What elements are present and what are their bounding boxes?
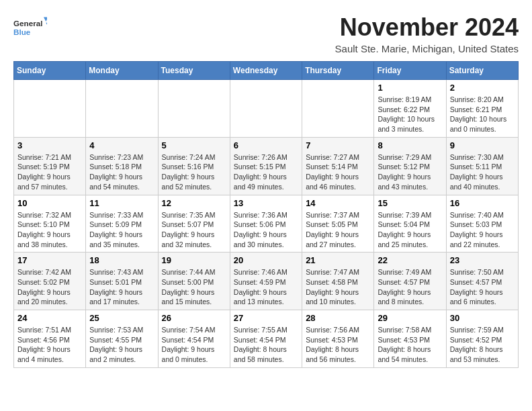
day-info: Sunrise: 7:29 AM Sunset: 5:12 PM Dayligh… xyxy=(378,152,442,192)
day-info: Sunrise: 7:26 AM Sunset: 5:15 PM Dayligh… xyxy=(234,152,298,192)
day-number: 11 xyxy=(89,198,154,208)
calendar-cell: 30Sunrise: 7:59 AM Sunset: 4:52 PM Dayli… xyxy=(446,310,518,368)
day-number: 29 xyxy=(378,313,442,323)
day-number: 26 xyxy=(162,313,226,323)
day-number: 2 xyxy=(450,83,515,93)
weekday-header-thursday: Thursday xyxy=(302,62,374,80)
weekday-header-sunday: Sunday xyxy=(14,62,86,80)
calendar-cell: 2Sunrise: 8:20 AM Sunset: 6:21 PM Daylig… xyxy=(446,80,518,138)
day-info: Sunrise: 7:44 AM Sunset: 5:00 PM Dayligh… xyxy=(162,267,226,307)
calendar-cell: 11Sunrise: 7:33 AM Sunset: 5:09 PM Dayli… xyxy=(86,195,158,253)
day-number: 25 xyxy=(89,313,154,323)
day-info: Sunrise: 7:32 AM Sunset: 5:10 PM Dayligh… xyxy=(17,210,82,250)
day-info: Sunrise: 7:56 AM Sunset: 4:53 PM Dayligh… xyxy=(306,325,370,365)
calendar-cell: 29Sunrise: 7:58 AM Sunset: 4:53 PM Dayli… xyxy=(374,310,446,368)
calendar-cell: 8Sunrise: 7:29 AM Sunset: 5:12 PM Daylig… xyxy=(374,137,446,195)
day-info: Sunrise: 7:49 AM Sunset: 4:57 PM Dayligh… xyxy=(378,267,442,307)
day-info: Sunrise: 8:20 AM Sunset: 6:21 PM Dayligh… xyxy=(450,95,515,134)
calendar-cell: 5Sunrise: 7:24 AM Sunset: 5:16 PM Daylig… xyxy=(158,137,230,195)
calendar-cell: 23Sunrise: 7:50 AM Sunset: 4:57 PM Dayli… xyxy=(446,253,518,310)
calendar-cell xyxy=(302,80,374,138)
calendar-cell: 15Sunrise: 7:39 AM Sunset: 5:04 PM Dayli… xyxy=(374,195,446,253)
day-number: 15 xyxy=(378,198,442,208)
calendar-body: 1Sunrise: 8:19 AM Sunset: 6:22 PM Daylig… xyxy=(14,80,519,368)
calendar-cell: 10Sunrise: 7:32 AM Sunset: 5:10 PM Dayli… xyxy=(14,195,86,253)
day-info: Sunrise: 7:40 AM Sunset: 5:03 PM Dayligh… xyxy=(450,210,515,250)
day-info: Sunrise: 7:21 AM Sunset: 5:19 PM Dayligh… xyxy=(17,152,82,192)
day-info: Sunrise: 7:23 AM Sunset: 5:18 PM Dayligh… xyxy=(89,152,154,192)
calendar-cell: 6Sunrise: 7:26 AM Sunset: 5:15 PM Daylig… xyxy=(230,137,302,195)
day-number: 24 xyxy=(17,313,82,323)
day-number: 5 xyxy=(162,140,226,150)
day-info: Sunrise: 7:51 AM Sunset: 4:56 PM Dayligh… xyxy=(17,325,82,365)
weekday-header-friday: Friday xyxy=(374,62,446,80)
day-number: 6 xyxy=(234,140,298,150)
day-number: 17 xyxy=(17,255,82,265)
calendar: SundayMondayTuesdayWednesdayThursdayFrid… xyxy=(13,61,519,368)
calendar-week-3: 10Sunrise: 7:32 AM Sunset: 5:10 PM Dayli… xyxy=(14,195,519,253)
day-number: 28 xyxy=(306,313,370,323)
svg-marker-2 xyxy=(44,17,47,21)
day-info: Sunrise: 7:53 AM Sunset: 4:55 PM Dayligh… xyxy=(89,325,154,365)
month-title: November 2024 xyxy=(335,13,519,42)
day-number: 30 xyxy=(450,313,515,323)
day-number: 18 xyxy=(89,255,154,265)
calendar-week-5: 24Sunrise: 7:51 AM Sunset: 4:56 PM Dayli… xyxy=(14,310,519,368)
day-info: Sunrise: 7:36 AM Sunset: 5:06 PM Dayligh… xyxy=(234,210,298,250)
svg-text:Blue: Blue xyxy=(13,28,31,36)
calendar-week-1: 1Sunrise: 8:19 AM Sunset: 6:22 PM Daylig… xyxy=(14,80,519,138)
calendar-cell: 25Sunrise: 7:53 AM Sunset: 4:55 PM Dayli… xyxy=(86,310,158,368)
day-number: 16 xyxy=(450,198,515,208)
weekday-header-monday: Monday xyxy=(86,62,158,80)
calendar-cell: 4Sunrise: 7:23 AM Sunset: 5:18 PM Daylig… xyxy=(86,137,158,195)
location: Sault Ste. Marie, Michigan, United State… xyxy=(335,43,519,54)
day-number: 1 xyxy=(378,83,442,93)
calendar-week-4: 17Sunrise: 7:42 AM Sunset: 5:02 PM Dayli… xyxy=(14,253,519,310)
logo: General Blue xyxy=(13,13,47,44)
calendar-cell: 9Sunrise: 7:30 AM Sunset: 5:11 PM Daylig… xyxy=(446,137,518,195)
day-info: Sunrise: 7:50 AM Sunset: 4:57 PM Dayligh… xyxy=(450,267,515,307)
day-number: 13 xyxy=(234,198,298,208)
day-info: Sunrise: 7:24 AM Sunset: 5:16 PM Dayligh… xyxy=(162,152,226,192)
day-info: Sunrise: 7:35 AM Sunset: 5:07 PM Dayligh… xyxy=(162,210,226,250)
title-area: November 2024 Sault Ste. Marie, Michigan… xyxy=(335,13,519,54)
calendar-cell: 21Sunrise: 7:47 AM Sunset: 4:58 PM Dayli… xyxy=(302,253,374,310)
weekday-header-wednesday: Wednesday xyxy=(230,62,302,80)
day-number: 8 xyxy=(378,140,442,150)
svg-text:General: General xyxy=(13,19,42,28)
calendar-cell: 24Sunrise: 7:51 AM Sunset: 4:56 PM Dayli… xyxy=(14,310,86,368)
day-info: Sunrise: 7:27 AM Sunset: 5:14 PM Dayligh… xyxy=(306,152,370,192)
day-info: Sunrise: 7:37 AM Sunset: 5:05 PM Dayligh… xyxy=(306,210,370,250)
day-info: Sunrise: 7:46 AM Sunset: 4:59 PM Dayligh… xyxy=(234,267,298,307)
calendar-header: SundayMondayTuesdayWednesdayThursdayFrid… xyxy=(14,62,519,80)
calendar-cell: 28Sunrise: 7:56 AM Sunset: 4:53 PM Dayli… xyxy=(302,310,374,368)
day-number: 23 xyxy=(450,255,515,265)
weekday-header-saturday: Saturday xyxy=(446,62,518,80)
day-number: 19 xyxy=(162,255,226,265)
header: General Blue November 2024 Sault Ste. Ma… xyxy=(13,13,519,54)
svg-marker-3 xyxy=(46,23,47,28)
day-number: 21 xyxy=(306,255,370,265)
day-number: 7 xyxy=(306,140,370,150)
day-number: 9 xyxy=(450,140,515,150)
day-number: 14 xyxy=(306,198,370,208)
calendar-cell: 18Sunrise: 7:43 AM Sunset: 5:01 PM Dayli… xyxy=(86,253,158,310)
day-info: Sunrise: 8:19 AM Sunset: 6:22 PM Dayligh… xyxy=(378,95,442,134)
day-info: Sunrise: 7:39 AM Sunset: 5:04 PM Dayligh… xyxy=(378,210,442,250)
calendar-cell: 12Sunrise: 7:35 AM Sunset: 5:07 PM Dayli… xyxy=(158,195,230,253)
day-info: Sunrise: 7:54 AM Sunset: 4:54 PM Dayligh… xyxy=(162,325,226,365)
calendar-cell: 3Sunrise: 7:21 AM Sunset: 5:19 PM Daylig… xyxy=(14,137,86,195)
calendar-cell xyxy=(158,80,230,138)
day-number: 22 xyxy=(378,255,442,265)
calendar-cell xyxy=(86,80,158,138)
day-number: 10 xyxy=(17,198,82,208)
calendar-cell: 14Sunrise: 7:37 AM Sunset: 5:05 PM Dayli… xyxy=(302,195,374,253)
weekday-header-tuesday: Tuesday xyxy=(158,62,230,80)
calendar-cell: 7Sunrise: 7:27 AM Sunset: 5:14 PM Daylig… xyxy=(302,137,374,195)
day-info: Sunrise: 7:33 AM Sunset: 5:09 PM Dayligh… xyxy=(89,210,154,250)
day-info: Sunrise: 7:42 AM Sunset: 5:02 PM Dayligh… xyxy=(17,267,82,307)
day-number: 20 xyxy=(234,255,298,265)
calendar-cell: 27Sunrise: 7:55 AM Sunset: 4:54 PM Dayli… xyxy=(230,310,302,368)
day-info: Sunrise: 7:59 AM Sunset: 4:52 PM Dayligh… xyxy=(450,325,515,365)
day-number: 12 xyxy=(162,198,226,208)
